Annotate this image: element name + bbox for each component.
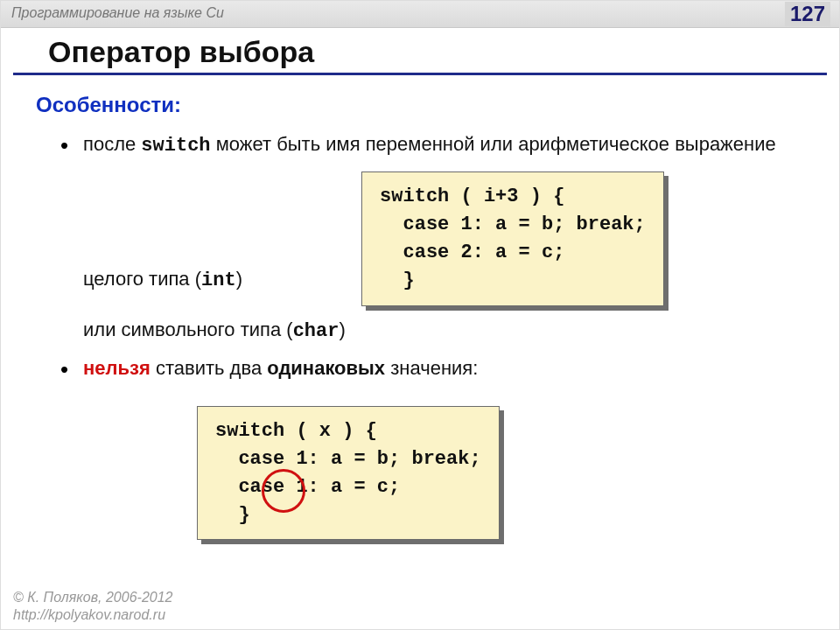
code-block-2: switch ( x ) { case 1: a = b; break; cas…	[197, 406, 500, 541]
section-heading: Особенности:	[36, 93, 804, 117]
keyword-char: char	[293, 320, 340, 342]
slide: Программирование на языке Си 127 Операто…	[0, 0, 840, 630]
emph-odinakovyh: одинаковых	[267, 357, 385, 379]
bullet-list: после switch может быть имя переменной и…	[36, 130, 804, 549]
course-name: Программирование на языке Си	[11, 5, 224, 21]
after-code-1: или символьного типа (char)	[83, 315, 804, 346]
text: )	[236, 268, 242, 290]
code-block-1-wrap: switch ( i+3 ) { case 1: a = b; break; c…	[361, 172, 664, 306]
code-block-1: switch ( i+3 ) { case 1: a = b; break; c…	[361, 172, 664, 306]
emph-nelzya: нельзя	[83, 357, 150, 379]
code-block-2-wrap: switch ( x ) { case 1: a = b; break; cas…	[197, 406, 500, 541]
slide-title: Оператор выбора	[13, 28, 827, 75]
text: )	[339, 318, 345, 340]
bullet-item-1: после switch может быть имя переменной и…	[60, 130, 804, 346]
url: http://kpolyakov.narod.ru	[13, 606, 172, 624]
text: значения:	[385, 357, 478, 379]
content: Особенности: после switch может быть имя…	[1, 93, 839, 549]
copyright: © К. Поляков, 2006-2012	[13, 589, 172, 606]
top-bar: Программирование на языке Си 127	[1, 1, 839, 28]
text: или символьного типа (	[83, 318, 293, 340]
bullet-item-2: нельзя ставить два одинаковых значения: …	[60, 354, 804, 550]
keyword-switch: switch	[141, 135, 210, 157]
keyword-int: int	[201, 270, 236, 291]
footer: © К. Поляков, 2006-2012 http://kpolyakov…	[13, 589, 172, 624]
text: после	[83, 133, 141, 155]
text: ставить два	[150, 357, 267, 379]
page-number: 127	[785, 2, 830, 26]
